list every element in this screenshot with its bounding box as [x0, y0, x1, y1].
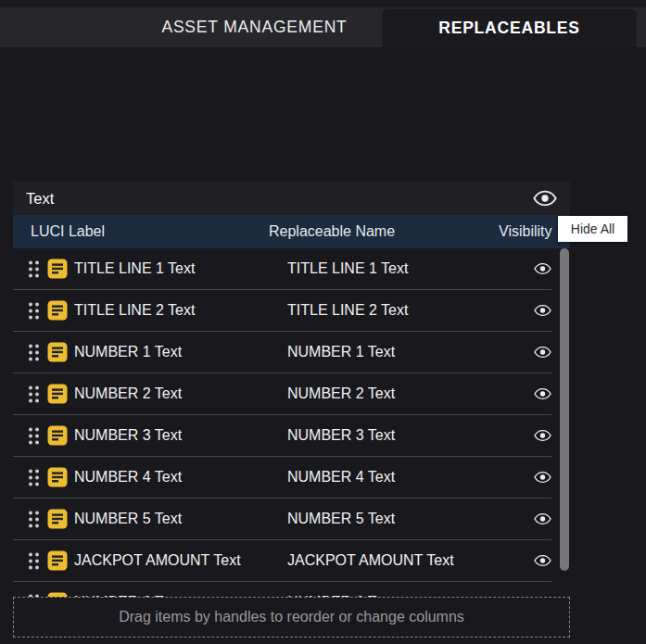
replaceable-name: NUMBER 4 Text [287, 457, 395, 498]
tab-asset-management-label: ASSET MANAGEMENT [161, 18, 347, 37]
text-lines-icon [47, 300, 68, 321]
text-lines-icon [47, 384, 68, 404]
text-replaceables-panel: Text LUCI Label Replaceable Name Visibil… [13, 182, 570, 597]
replaceable-name: TITLE LINE 2 Text [287, 290, 408, 331]
row-visibility-toggle[interactable] [534, 554, 551, 567]
tab-replaceables-label: REPLACEABLES [438, 19, 580, 38]
text-lines-icon [47, 550, 68, 571]
replaceable-name: TITLE LINE 1 Text [287, 248, 408, 289]
eye-icon [534, 471, 551, 484]
drag-hint-text: Drag items by handles to reorder or chan… [119, 609, 464, 625]
row-visibility-toggle[interactable] [534, 429, 551, 442]
table-header-row: LUCI Label Replaceable Name Visibility [13, 215, 570, 248]
drag-hint-box: Drag items by handles to reorder or chan… [13, 597, 570, 638]
luci-label: JACKPOT AMOUNT Text [74, 540, 241, 581]
luci-label: NUMBER 1 Text [74, 332, 182, 373]
tab-replaceables[interactable]: REPLACEABLES [382, 9, 637, 47]
row-visibility-toggle[interactable] [534, 387, 551, 400]
row-visibility-toggle[interactable] [534, 471, 551, 484]
table-row: NUMBER 3 Text NUMBER 3 Text [13, 415, 570, 457]
eye-icon [534, 387, 551, 400]
window-top-strip [0, 0, 646, 7]
table-row: JACKPOT AMOUNT Text JACKPOT AMOUNT Text [13, 540, 570, 582]
tab-asset-management[interactable]: ASSET MANAGEMENT [127, 7, 382, 47]
row-visibility-toggle[interactable] [534, 304, 551, 317]
row-visibility-toggle[interactable] [534, 346, 551, 359]
hide-all-tooltip: Hide All [558, 216, 627, 242]
vertical-scrollbar-thumb[interactable] [560, 248, 569, 571]
replaceable-name: NUMBER 1 Text [287, 332, 395, 373]
text-lines-icon [47, 509, 68, 529]
table-row: NUMBER 6 Text NUMBER 6 Text [13, 582, 570, 597]
drag-handle-icon[interactable] [27, 426, 41, 446]
drag-handle-icon[interactable] [27, 259, 41, 279]
row-visibility-toggle[interactable] [534, 262, 551, 275]
drag-handle-icon[interactable] [27, 301, 41, 321]
table-row: NUMBER 5 Text NUMBER 5 Text [13, 499, 570, 540]
eye-icon [534, 429, 551, 442]
table-row: NUMBER 2 Text NUMBER 2 Text [13, 373, 570, 415]
replaceable-name: NUMBER 3 Text [287, 415, 395, 456]
replaceables-screen: ASSET MANAGEMENT REPLACEABLES Text LUCI … [0, 0, 646, 644]
luci-label: NUMBER 6 Text [74, 582, 182, 597]
table-row: TITLE LINE 2 Text TITLE LINE 2 Text [13, 290, 570, 332]
luci-label: TITLE LINE 1 Text [74, 248, 195, 289]
drag-handle-icon[interactable] [27, 385, 41, 404]
drag-handle-icon[interactable] [27, 343, 41, 362]
luci-label: NUMBER 5 Text [74, 499, 182, 539]
luci-label: NUMBER 3 Text [74, 415, 182, 456]
column-header-luci-label: LUCI Label [31, 215, 105, 248]
panel-header: Text [13, 182, 570, 215]
luci-label: NUMBER 2 Text [74, 373, 182, 414]
text-lines-icon [47, 467, 68, 487]
text-lines-icon [47, 425, 68, 446]
table-row: TITLE LINE 1 Text TITLE LINE 1 Text [13, 248, 570, 290]
eye-icon [534, 304, 551, 317]
row-visibility-toggle[interactable] [534, 512, 551, 525]
tab-bar: ASSET MANAGEMENT REPLACEABLES [0, 7, 646, 47]
hide-all-eye-button[interactable] [533, 187, 557, 209]
text-lines-icon [47, 259, 68, 279]
replaceable-name: NUMBER 2 Text [287, 373, 395, 414]
luci-label: TITLE LINE 2 Text [74, 290, 195, 331]
drag-handle-icon[interactable] [27, 510, 41, 529]
table-row: NUMBER 1 Text NUMBER 1 Text [13, 332, 570, 373]
luci-label: NUMBER 4 Text [74, 457, 182, 498]
column-header-visibility: Visibility [499, 215, 552, 248]
eye-icon [534, 346, 551, 359]
text-lines-icon [47, 342, 68, 362]
rows: TITLE LINE 1 Text TITLE LINE 1 Text [13, 248, 570, 597]
drag-handle-icon[interactable] [27, 551, 41, 571]
eye-icon [533, 190, 557, 207]
replaceable-name: NUMBER 6 Text [287, 582, 395, 597]
eye-icon [534, 512, 551, 525]
replaceable-name: NUMBER 5 Text [287, 499, 395, 539]
replaceable-name: JACKPOT AMOUNT Text [287, 540, 454, 581]
eye-icon [534, 262, 551, 275]
table-row: NUMBER 4 Text NUMBER 4 Text [13, 457, 570, 499]
eye-icon [534, 554, 551, 567]
drag-handle-icon[interactable] [27, 468, 41, 487]
panel-title: Text [26, 190, 54, 208]
column-header-replaceable-name: Replaceable Name [269, 215, 395, 248]
